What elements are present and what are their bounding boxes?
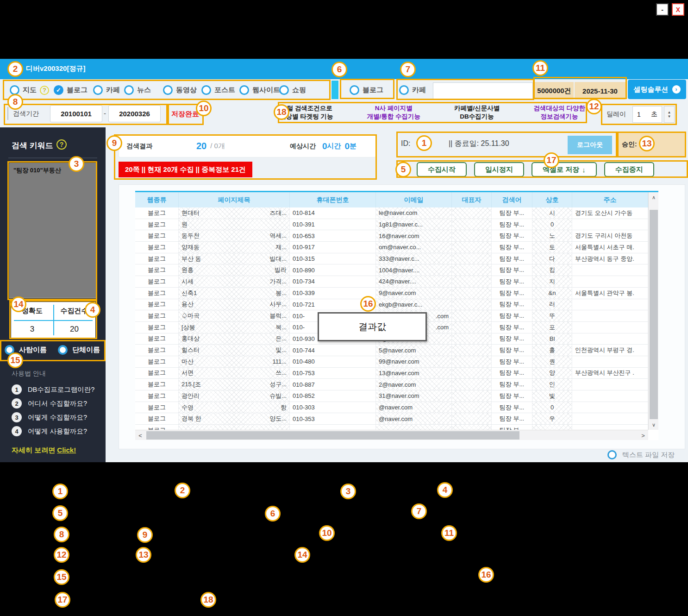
scroll-left-icon[interactable]: <: [135, 430, 145, 440]
table-row[interactable]: 블로그원흥빌라010-8901004@naver....팀장 부...킴: [135, 264, 648, 276]
feature-line1: 카페별/신문사별: [454, 104, 500, 113]
scroll-down-icon[interactable]: ∨: [649, 420, 659, 430]
portal-tab-카페[interactable]: 카페: [93, 85, 120, 95]
spinner-down-icon[interactable]: ▼: [668, 114, 671, 119]
table-row[interactable]: 블로그광안리슈빌...010-85231@naver.com팀장 부...빛: [135, 390, 648, 402]
cell-company: &n: [532, 288, 572, 299]
column-header-대표자[interactable]: 대표자: [452, 192, 492, 207]
delay-stepper[interactable]: ▲ ▼: [664, 106, 675, 123]
save-text-option[interactable]: 텍스트 파일 저장: [607, 450, 675, 459]
portal-tab-쇼핑[interactable]: 쇼핑: [279, 85, 306, 95]
column-header-페이지제목[interactable]: 페이지제목: [179, 192, 290, 207]
pagetitle-left: 서면: [181, 369, 194, 377]
table-row[interactable]: 블로그서면쓰...010-75313@naver.com팀장 부...양부산광역…: [135, 368, 648, 379]
radio-icon[interactable]: [607, 450, 617, 459]
radio-icon[interactable]: [58, 345, 68, 355]
table-row[interactable]: 블로그양재동제...010-917om@naver.co...팀장 부...토서…: [135, 242, 648, 253]
radio-checked-icon[interactable]: ✓: [54, 85, 63, 95]
usage-item[interactable]: 2어디서 수집할까요?: [12, 398, 87, 409]
cell-webtype: 블로그: [135, 345, 179, 356]
cell-webtype: 블로그: [135, 310, 179, 321]
portal-tab-블로그[interactable]: ✓블로그: [54, 85, 88, 95]
scroll-up-icon[interactable]: ∧: [649, 192, 659, 202]
table-row[interactable]: 블로그현대터즈대...010-814le@naver.com팀장 부...시경기…: [135, 207, 648, 219]
annotation-marker-13: 13: [639, 136, 655, 151]
cell-phone: 010-753: [290, 368, 376, 379]
keyword-textarea[interactable]: "팀장 010"부동산: [9, 163, 96, 298]
table-row[interactable]: 블로그시세가격...010-734424@naver....팀장 부...지: [135, 276, 648, 288]
table-row[interactable]: 블로그힐스터및...010-7445@naver.com팀장 부...홀인천광역…: [135, 345, 648, 356]
portal-tab-지도[interactable]: 지도?: [10, 85, 49, 95]
cell-pagetitle: 원흥빌라: [179, 264, 290, 276]
spinner-up-icon[interactable]: ▲: [668, 110, 671, 114]
usage-item[interactable]: 1DB수집프로그램이란?: [12, 384, 94, 395]
table-row[interactable]: 블로그신축1봉...010-3399@naver.com팀장 부...&n서울특…: [135, 288, 648, 299]
more-info-link[interactable]: Click!: [57, 446, 76, 454]
radio-icon[interactable]: [10, 85, 19, 95]
portal-tab-동영상[interactable]: 동영상: [163, 85, 197, 95]
annotation-marker-5: 5: [52, 505, 68, 521]
column-header-웹종류[interactable]: 웹종류: [135, 192, 179, 207]
horizontal-scrollbar[interactable]: < >: [135, 430, 648, 440]
table-row[interactable]: 블로그마산111...010-48099@naver.com팀장 부...퀀: [135, 356, 648, 368]
table-row[interactable]: 블로그215.[조성구...010-8872@naver.com팀장 부...인: [135, 379, 648, 390]
vertical-scrollbar[interactable]: ∧ ∨: [648, 192, 658, 430]
horizontal-scroll-thumb[interactable]: [146, 431, 519, 440]
logout-button[interactable]: 로그아웃: [568, 136, 612, 154]
table-row[interactable]: 블로그수영항010-303@naver.com팀장 부...0: [135, 402, 648, 414]
action-button-수집중지[interactable]: 수집중지: [604, 162, 654, 177]
radio-icon[interactable]: [239, 85, 249, 95]
column-header-이메일[interactable]: 이메일: [376, 192, 452, 207]
action-button-label: 일시정지: [485, 165, 513, 174]
column-header-검색어[interactable]: 검색어: [492, 192, 532, 207]
radio-icon[interactable]: [399, 85, 409, 95]
annotation-marker-2: 2: [175, 483, 190, 498]
action-button-수집시작[interactable]: 수집시작: [417, 162, 467, 177]
usage-item[interactable]: 3어떻게 수집할까요?: [12, 412, 87, 422]
column-header-주소[interactable]: 주소: [572, 192, 648, 207]
vertical-scroll-thumb[interactable]: [650, 210, 658, 419]
column-header-휴대폰번호[interactable]: 휴대폰번호: [290, 192, 376, 207]
scroll-right-icon[interactable]: >: [638, 430, 648, 440]
minimize-button[interactable]: -: [656, 3, 669, 16]
progress-banner: 20쪽 || 현재 20개 수집 || 중복정보 21건: [119, 162, 252, 177]
table-row[interactable]: 블로그용산사무...010-721ekgb@naver.c...팀장 부...러: [135, 299, 648, 311]
id-label: ID:: [401, 139, 410, 147]
radio-icon[interactable]: [124, 85, 134, 95]
column-header-상호[interactable]: 상호: [532, 192, 572, 207]
usage-item[interactable]: 4어떻게 사용할까요?: [12, 426, 87, 436]
radio-icon[interactable]: [201, 85, 211, 95]
close-button[interactable]: X: [672, 3, 684, 16]
period-to-input[interactable]: [108, 105, 161, 122]
cell-company: 다: [532, 253, 572, 264]
action-button-엑셀로 저장[interactable]: 엑셀로 저장↓: [532, 162, 597, 177]
expiry-label: 종료일:: [455, 139, 481, 147]
cell-phone: 010-814: [290, 207, 376, 219]
pagetitle-right: 블럭...: [269, 312, 287, 320]
table-row[interactable]: 블로그팀장 부...: [135, 425, 648, 430]
radio-icon[interactable]: [279, 85, 289, 95]
portal-tab-뉴스[interactable]: 뉴스: [124, 85, 151, 95]
period-from-input[interactable]: [50, 105, 102, 122]
table-row[interactable]: 블로그부산 동빌대...010-315333@naver.c...팀장 부...…: [135, 253, 648, 265]
secondary-cafe-radio[interactable]: 카페: [399, 85, 426, 95]
selling-solution-button[interactable]: 셀링솔루션 ›: [628, 80, 686, 99]
cell-keyword: 팀장 부...: [492, 425, 532, 430]
table-row[interactable]: 블로그동두천역세...010-65316@naver.com팀장 부...노경기…: [135, 230, 648, 242]
pagetitle-right: 양도...: [269, 415, 287, 423]
radio-icon[interactable]: [93, 85, 103, 95]
portal-tab-포스트[interactable]: 포스트: [201, 85, 235, 95]
radio-icon[interactable]: [163, 85, 173, 95]
keyword-help-icon[interactable]: ?: [56, 139, 67, 150]
cell-pagetitle: ♤마곡블럭...: [179, 310, 290, 321]
delay-input[interactable]: 1 초: [632, 106, 662, 123]
table-row[interactable]: 블로그원010-3911g81@naver.c...팀장 부...0: [135, 219, 648, 231]
radio-icon[interactable]: [350, 85, 359, 95]
cafe-search-input[interactable]: [433, 82, 533, 100]
portal-tab-웹사이트[interactable]: 웹사이트: [239, 85, 280, 95]
table-row[interactable]: 블로그경북 한양도...010-353@naver.com팀장 부...우: [135, 413, 648, 425]
secondary-blog-radio[interactable]: 블로그: [350, 85, 383, 95]
help-icon[interactable]: ?: [40, 86, 49, 95]
action-button-일시정지[interactable]: 일시정지: [474, 162, 524, 177]
cell-address: [572, 299, 648, 310]
